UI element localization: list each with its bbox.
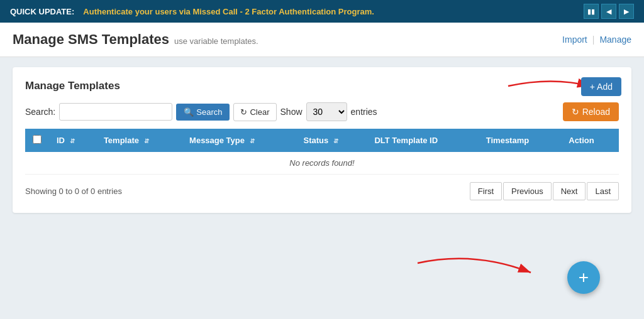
reload-button[interactable]: ↻ Reload <box>563 102 619 121</box>
clear-button-label: Clear <box>250 107 269 117</box>
pagination: First Previous Next Last <box>470 182 619 200</box>
card-title: Manage Templates <box>25 80 619 92</box>
reload-icon: ↻ <box>572 107 579 117</box>
th-action-label: Action <box>569 136 594 145</box>
clear-button[interactable]: ↻ Clear <box>233 103 276 121</box>
search-icon: 🔍 <box>184 107 194 117</box>
last-button[interactable]: Last <box>587 182 619 200</box>
search-button[interactable]: 🔍 Search <box>176 104 230 121</box>
th-action: Action <box>561 129 619 152</box>
th-message-type-label: Message Type <box>189 136 245 145</box>
banner-next-icon[interactable]: ▶ <box>619 4 634 19</box>
quick-update-message: Authenticate your users via Missed Call … <box>83 7 374 16</box>
search-left: Search: 🔍 Search ↻ Clear Show 30 10 25 <box>25 102 377 121</box>
th-dlt-template-id: DLT Template ID <box>367 129 478 152</box>
page-header-actions: Import | Manage <box>562 35 631 45</box>
next-button[interactable]: Next <box>553 182 586 200</box>
no-records-message: No records found! <box>25 152 619 175</box>
page-header: Manage SMS Templates use variable templa… <box>0 23 644 57</box>
table-footer: Showing 0 to 0 of 0 entries First Previo… <box>25 182 619 200</box>
th-id: ID ⇵ <box>49 129 96 152</box>
th-dlt-label: DLT Template ID <box>374 136 438 145</box>
th-status: Status ⇵ <box>296 129 367 152</box>
quick-update-label: QUICK UPDATE: <box>10 7 74 16</box>
search-row: Search: 🔍 Search ↻ Clear Show 30 10 25 <box>25 102 619 121</box>
showing-text: Showing 0 to 0 of 0 entries <box>25 187 122 196</box>
main-content: Manage Templates + Add Search: 🔍 Search … <box>0 57 644 308</box>
nav-divider: | <box>592 35 595 45</box>
search-input[interactable] <box>59 103 172 121</box>
previous-button[interactable]: Previous <box>503 182 552 200</box>
page-title: Manage SMS Templates <box>13 31 169 48</box>
th-template: Template ⇵ <box>96 129 182 152</box>
floating-add-button[interactable]: + <box>567 261 600 294</box>
manage-link[interactable]: Manage <box>599 35 631 45</box>
banner-pause-icon[interactable]: ▮▮ <box>584 4 599 19</box>
sort-message-type-icon[interactable]: ⇵ <box>250 138 255 144</box>
reload-button-label: Reload <box>582 107 610 117</box>
page-subtitle: use variable templates. <box>174 36 258 46</box>
sort-status-icon[interactable]: ⇵ <box>333 138 338 144</box>
refresh-icon: ↻ <box>240 107 247 117</box>
show-entries: Show 30 10 25 50 100 entries <box>280 102 377 121</box>
manage-templates-card: Manage Templates + Add Search: 🔍 Search … <box>13 67 631 213</box>
sort-template-icon[interactable]: ⇵ <box>144 138 149 144</box>
select-all-checkbox[interactable] <box>33 135 42 144</box>
th-timestamp-label: Timestamp <box>486 136 529 145</box>
add-button[interactable]: + Add <box>581 77 621 96</box>
no-records-row: No records found! <box>25 152 619 175</box>
th-id-label: ID <box>57 136 65 145</box>
th-message-type: Message Type ⇵ <box>182 129 296 152</box>
banner-prev-icon[interactable]: ◀ <box>601 4 616 19</box>
first-button[interactable]: First <box>470 182 502 200</box>
th-status-label: Status <box>304 136 329 145</box>
entries-label: entries <box>351 107 377 117</box>
th-checkbox <box>25 129 49 152</box>
th-timestamp: Timestamp <box>479 129 561 152</box>
top-banner: QUICK UPDATE: Authenticate your users vi… <box>0 0 644 23</box>
show-label: Show <box>280 107 303 117</box>
th-template-label: Template <box>104 136 139 145</box>
search-button-label: Search <box>196 107 222 117</box>
arrow-to-floating-button <box>411 244 537 284</box>
templates-table: ID ⇵ Template ⇵ Message Type ⇵ Status ⇵ <box>25 129 619 175</box>
search-label: Search: <box>25 107 55 117</box>
sort-id-icon[interactable]: ⇵ <box>70 138 75 144</box>
banner-icons: ▮▮ ◀ ▶ <box>584 4 634 19</box>
entries-select[interactable]: 30 10 25 50 100 <box>306 102 347 121</box>
table-header-row: ID ⇵ Template ⇵ Message Type ⇵ Status ⇵ <box>25 129 619 152</box>
import-link[interactable]: Import <box>562 35 587 45</box>
